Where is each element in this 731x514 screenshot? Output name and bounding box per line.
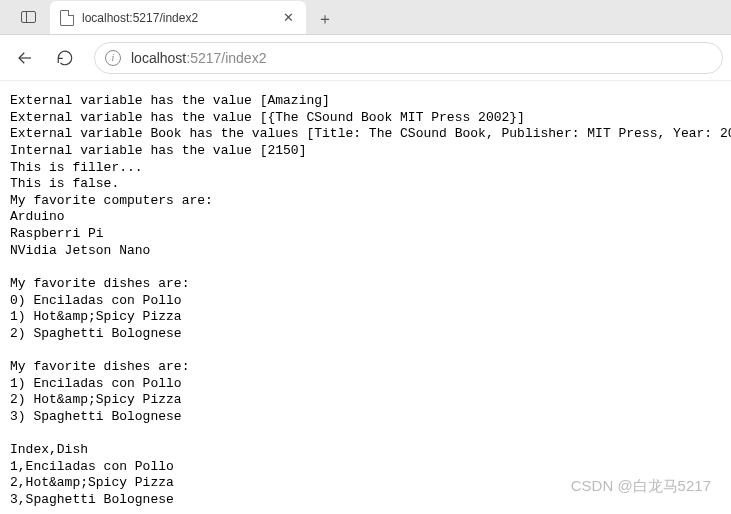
address-bar[interactable]: i localhost:5217/index2	[94, 42, 723, 74]
page-icon	[60, 10, 74, 26]
url-path: :5217/index2	[186, 50, 266, 66]
url-text: localhost:5217/index2	[131, 50, 266, 66]
tab-actions-button[interactable]	[6, 0, 50, 34]
arrow-left-icon	[16, 49, 34, 67]
tabs-icon	[21, 11, 36, 23]
refresh-button[interactable]	[48, 41, 82, 75]
close-tab-button[interactable]: ✕	[280, 10, 296, 25]
refresh-icon	[56, 49, 74, 67]
tab-title: localhost:5217/index2	[82, 11, 198, 25]
url-host: localhost	[131, 50, 186, 66]
new-tab-button[interactable]: ＋	[310, 4, 340, 34]
browser-titlebar: localhost:5217/index2 ✕ ＋	[0, 0, 731, 35]
site-info-icon[interactable]: i	[105, 50, 121, 66]
browser-toolbar: i localhost:5217/index2	[0, 35, 731, 81]
browser-tab[interactable]: localhost:5217/index2 ✕	[50, 1, 306, 34]
page-content: External variable has the value [Amazing…	[0, 81, 731, 514]
back-button[interactable]	[8, 41, 42, 75]
